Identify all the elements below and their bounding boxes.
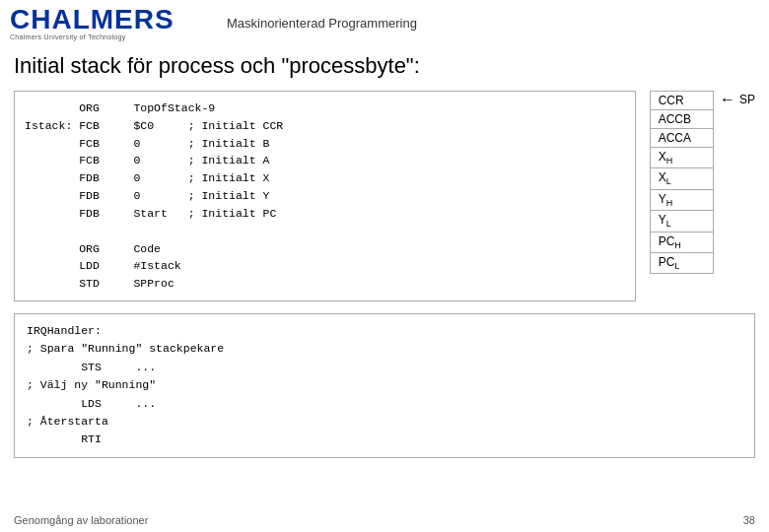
stack-row-pcl: PCL — [650, 252, 713, 273]
stack-cell-pcl: PCL — [650, 252, 713, 273]
stack-cell-yh: YH — [650, 189, 713, 210]
stack-table: CCR ACCB ACCA XH XL YH — [650, 91, 714, 274]
stack-row-yh: YH — [650, 189, 713, 210]
stack-cell-xh: XH — [650, 148, 713, 168]
irq-box: IRQHandler: ; Spara "Running" stackpekar… — [14, 313, 755, 458]
sp-label: SP — [739, 93, 755, 106]
page-title: Initial stack för process och "processby… — [14, 53, 755, 79]
stack-row-pch: PCH — [650, 232, 713, 252]
sub-pch: H — [674, 240, 681, 250]
sub-yl: L — [666, 220, 671, 230]
sp-row: ← SP — [720, 91, 755, 108]
stack-cell-pch: PCH — [650, 232, 713, 252]
stack-row-xh: XH — [650, 148, 713, 168]
sp-arrow-icon: ← — [720, 91, 735, 108]
logo-text: CHALMERS — [10, 6, 207, 33]
footer-right: 38 — [743, 514, 755, 526]
stack-row-accb: ACCB — [650, 110, 713, 129]
sub-pcl: L — [674, 261, 679, 271]
footer: Genomgång av laborationer 38 — [0, 514, 769, 526]
code-main-text: ORG TopOfStack-9 Istack: FCB $C0 ; Initi… — [25, 100, 625, 293]
irq-code-text: IRQHandler: ; Spara "Running" stackpekar… — [27, 322, 742, 449]
logo-sub: Chalmers University of Technology — [10, 33, 207, 40]
stack-row-xl: XL — [650, 168, 713, 189]
stack-cell-yl: YL — [650, 211, 713, 232]
code-box: ORG TopOfStack-9 Istack: FCB $C0 ; Initi… — [14, 91, 636, 301]
stack-cell-xl: XL — [650, 168, 713, 189]
sub-xl: L — [666, 177, 671, 187]
footer-left: Genomgång av laborationer — [14, 514, 148, 526]
content-row: ORG TopOfStack-9 Istack: FCB $C0 ; Initi… — [14, 91, 755, 301]
stack-cell-ccr: CCR — [650, 92, 713, 110]
main-content: Initial stack för process och "processby… — [0, 45, 769, 474]
stack-cell-accb: ACCB — [650, 110, 713, 129]
stack-cell-acca: ACCA — [650, 129, 713, 148]
sub-xh: H — [666, 156, 673, 166]
sub-yh: H — [666, 198, 673, 208]
header-title: Maskinorienterad Programmering — [227, 16, 417, 31]
header: CHALMERS Chalmers University of Technolo… — [0, 0, 769, 45]
logo-area: CHALMERS Chalmers University of Technolo… — [10, 6, 207, 40]
stack-row-yl: YL — [650, 211, 713, 232]
stack-row-ccr: CCR — [650, 92, 713, 110]
stack-row-acca: ACCA — [650, 129, 713, 148]
stack-diagram: CCR ACCB ACCA XH XL YH — [650, 91, 755, 301]
